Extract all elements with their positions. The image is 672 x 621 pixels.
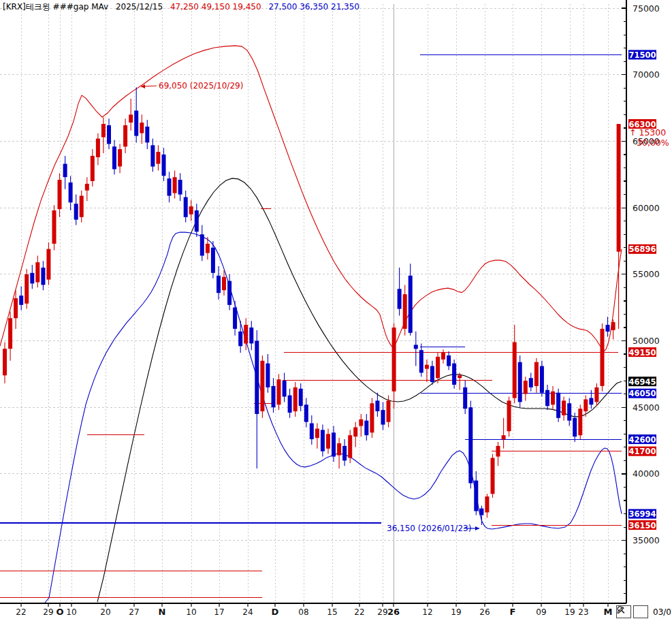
svg-text:15: 15 [327,607,337,617]
candle-body [260,361,264,411]
lower-envelope-line [45,232,622,603]
price-tags-layer: 7150066300568964915046945460504260041700… [628,50,669,530]
svg-text:40000: 40000 [633,468,660,479]
candle-body [556,393,560,418]
candle-body [583,400,588,412]
candle-body [288,396,292,413]
candle-body [518,362,522,402]
candle-body [567,403,571,420]
ref-date: 2025/12/15 [116,2,163,12]
candle-body [195,210,199,232]
candle-body [255,341,259,415]
candle-body [58,180,62,209]
candle-body [606,325,610,332]
candle-body [156,152,160,164]
price-tag-value: 42600 [628,435,656,445]
candle-body [562,400,566,415]
svg-text:22: 22 [16,607,26,617]
candle-body [485,496,489,512]
candle-body [601,329,605,386]
grid-layer [0,4,626,603]
svg-text:26: 26 [387,607,400,617]
svg-text:55000: 55000 [633,269,660,279]
candle-body [387,400,391,421]
candle-body [162,155,166,176]
candle-body [458,375,462,378]
candle-body [436,357,440,378]
svg-text:20: 20 [100,607,110,617]
candle-body [244,325,248,343]
candle-body [491,458,495,494]
candle-body [41,268,45,285]
candle-body [189,206,193,214]
candle-body [178,180,182,195]
svg-text:35000: 35000 [633,535,660,545]
svg-text:08: 08 [298,607,308,617]
x-axis-labels: 2229O102027N101724D0815222926121926F0919… [16,603,612,617]
candle-body [52,210,57,244]
price-annotation: 36,150 (2026/01/23) [387,524,471,533]
svg-text:26: 26 [479,607,490,617]
candle-body [419,350,423,372]
price-tag-value: 56896 [628,244,656,254]
candle-body [19,296,23,305]
candle-body [249,328,253,343]
candle-body [150,145,155,166]
candle-body [398,289,402,308]
candle-body [496,446,500,457]
svg-text:60000: 60000 [633,203,660,213]
candle-body [540,366,544,393]
candle-body [353,428,357,437]
candle-body [173,177,177,193]
candles-layer [3,87,621,525]
price-tag-value: 71500 [628,50,656,60]
price-tag-value: 36150 [628,521,656,530]
candle-body [101,124,106,138]
ma-values-red: 47,250 49,150 19,450 [170,2,261,12]
svg-text:29: 29 [377,607,387,617]
price-tag-value: 41700 [628,447,656,456]
candle-body [35,262,39,282]
candle-body [315,429,319,439]
axes-layer [0,0,626,603]
candle-body [617,124,621,252]
svg-text:29: 29 [43,607,53,617]
zoom-tool-button[interactable] [633,605,648,618]
candle-body [30,273,34,284]
candle-body [217,276,221,293]
svg-text:75000: 75000 [633,3,660,14]
svg-text:F: F [510,607,516,617]
candle-body [8,318,12,349]
svg-text:27: 27 [129,607,139,617]
candle-body [272,386,276,407]
candle-body [293,387,298,411]
chart-title: [KRX]테크윙 ###gap MAv 2025/12/15 47,250 49… [3,1,364,13]
candle-body [578,409,582,435]
candle-body [474,481,478,511]
candle-body [409,276,413,333]
candle-body [403,294,407,329]
candle-body [85,184,89,191]
candle-body [392,328,396,392]
candle-body [14,298,18,318]
candle-body [524,381,528,394]
svg-text:O: O [56,607,63,617]
candle-body [304,404,308,421]
svg-text:10: 10 [186,607,196,617]
candle-body [611,322,615,330]
candle-body [46,249,50,280]
candle-body [200,234,204,255]
candle-body [414,345,418,349]
candle-body [140,123,144,133]
svg-text:23: 23 [578,607,588,617]
chart-window: [KRX]테크윙 ###gap MAv 2025/12/15 47,250 49… [0,0,672,621]
candle-body [277,379,281,404]
svg-text:10: 10 [66,607,76,617]
svg-text:22: 22 [354,607,364,617]
y-axis-labels: 7500070000650006000055000500004500040000… [633,3,660,546]
candle-body [594,387,598,402]
upper-envelope-line [0,46,622,351]
svg-text:D: D [272,607,279,617]
candle-body [359,419,363,426]
candle-body [107,125,111,144]
